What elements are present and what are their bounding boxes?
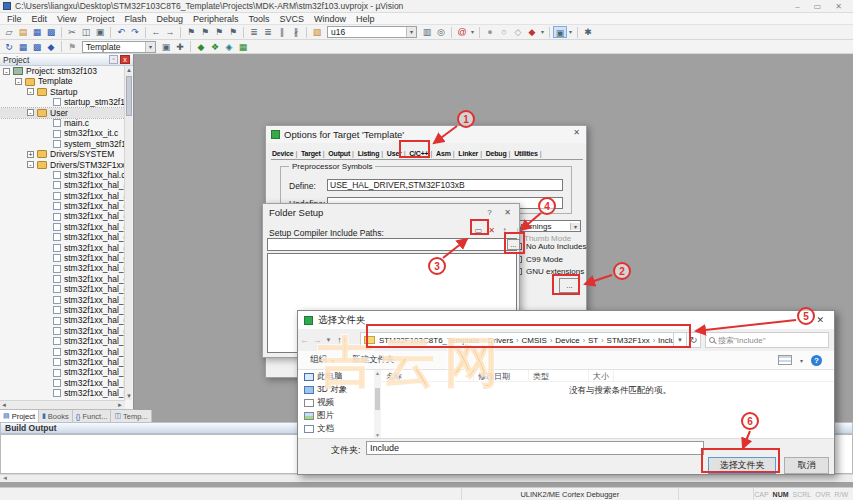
- scroll-thumb[interactable]: [126, 76, 132, 116]
- redo-icon[interactable]: ↷: [128, 26, 142, 38]
- tree-item[interactable]: stm32f1xx_hal_cec.c: [0, 211, 125, 221]
- translate-icon[interactable]: ↻: [2, 41, 16, 53]
- navigate-back-icon[interactable]: ←: [149, 26, 163, 38]
- menu-svcs[interactable]: SVCS: [275, 13, 310, 25]
- caret-down-icon[interactable]: ▾: [567, 26, 574, 38]
- separator[interactable]: [145, 27, 146, 38]
- scroll-left-icon[interactable]: ◄: [1, 402, 7, 408]
- separator[interactable]: [306, 27, 307, 38]
- target-select-combo[interactable]: Template ▾: [82, 41, 156, 53]
- tree-item[interactable]: stm32f1xx_hal_crc.c: [0, 232, 125, 242]
- tree-item[interactable]: stm32f1xx_hal_dac.c: [0, 243, 125, 253]
- cancel-button[interactable]: 取消: [784, 457, 829, 474]
- tab-project[interactable]: ▤ Project: [0, 410, 39, 422]
- separator[interactable]: [479, 27, 480, 38]
- tree-item[interactable]: startup_stm32f103xb.s: [0, 97, 125, 107]
- caret-down-icon[interactable]: ▾: [469, 26, 476, 38]
- refresh-icon[interactable]: ↻: [687, 332, 701, 348]
- save-icon[interactable]: ▦: [30, 26, 44, 38]
- menu-flash[interactable]: Flash: [119, 13, 151, 25]
- tree-item[interactable]: - Startup: [0, 87, 125, 97]
- scroll-down-icon[interactable]: ▼: [125, 393, 133, 399]
- project-tree-hscrollbar[interactable]: ◄ ►: [0, 400, 125, 409]
- debug-session-icon[interactable]: @: [455, 26, 469, 38]
- include-path-row-input[interactable]: [267, 238, 517, 251]
- tree-videos[interactable]: 视频: [298, 396, 380, 409]
- find-combo[interactable]: u16 ▾: [327, 26, 417, 38]
- address-bar[interactable]: STM32F103C8T6_Template›Drivers›CMSIS›Dev…: [360, 332, 674, 348]
- stop-build-icon[interactable]: ⚑: [65, 41, 79, 53]
- pin-icon[interactable]: ▫: [109, 55, 118, 64]
- column-header[interactable]: 类型: [529, 370, 589, 381]
- separator[interactable]: [61, 27, 62, 38]
- menu-peripherals[interactable]: Peripherals: [188, 13, 244, 25]
- breadcrumb-item[interactable]: Device: [555, 336, 579, 345]
- grep-icon[interactable]: ▥: [420, 26, 434, 38]
- warnings-select[interactable]: Warnings ▾: [515, 220, 581, 232]
- separator[interactable]: [110, 27, 111, 38]
- device-database-icon[interactable]: ◈: [222, 41, 236, 53]
- tree-expander-icon[interactable]: -: [27, 88, 34, 95]
- search-input[interactable]: 搜索"Include": [705, 332, 829, 348]
- unindent-icon[interactable]: ≣: [247, 26, 261, 38]
- copy-icon[interactable]: ◫: [79, 26, 93, 38]
- scroll-up-icon[interactable]: ▲: [125, 67, 133, 73]
- bookmark-clear-icon[interactable]: ⚑: [226, 26, 240, 38]
- scroll-thumb[interactable]: [375, 388, 380, 410]
- tree-item[interactable]: stm32f1xx_hal_irda.c: [0, 367, 125, 377]
- minimize-button[interactable]: –: [795, 2, 799, 11]
- bookmark-toggle-icon[interactable]: ⚑: [184, 26, 198, 38]
- delete-path-icon[interactable]: ✕: [486, 225, 497, 237]
- chevron-down-icon[interactable]: ▾: [406, 27, 416, 37]
- separator[interactable]: [180, 27, 181, 38]
- breadcrumb-item[interactable]: STM32F103C8T6_Template: [379, 336, 480, 345]
- tree-item[interactable]: stm32f1xx_it.c: [0, 128, 125, 138]
- tab-books[interactable]: ▮ Books: [39, 410, 73, 422]
- find-in-files-icon[interactable]: ▨: [310, 26, 324, 38]
- tree-item[interactable]: stm32f1xx_hal_hcd.c: [0, 336, 125, 346]
- view-mode-icon[interactable]: [778, 355, 792, 365]
- tab-templates[interactable]: ◫ Temp...: [111, 410, 151, 422]
- pack-installer-icon[interactable]: ◆: [194, 41, 208, 53]
- separator[interactable]: [577, 27, 578, 38]
- tree-item[interactable]: stm32f1xx_hal_cortex.c: [0, 222, 125, 232]
- tree-item[interactable]: stm32f1xx_hal_i2s.c: [0, 357, 125, 367]
- organize-button[interactable]: 组织: [310, 354, 327, 366]
- close-icon[interactable]: ✕: [573, 129, 580, 137]
- tree-item[interactable]: stm32f1xx_hal_mmc.c: [0, 388, 125, 398]
- project-tree-vscrollbar[interactable]: ▲ ▼: [124, 66, 132, 400]
- tree-item[interactable]: stm32f1xx_hal_eth.c: [0, 274, 125, 284]
- tree-item[interactable]: stm32f1xx_hal_i2c.c: [0, 347, 125, 357]
- tree-pictures[interactable]: 图片: [298, 409, 380, 422]
- tree-item[interactable]: - Template: [0, 76, 125, 86]
- options-tab[interactable]: Debug: [485, 148, 513, 159]
- tree-item[interactable]: system_stm32f1xx.c: [0, 139, 125, 149]
- undo-icon[interactable]: ↶: [114, 26, 128, 38]
- tree-item[interactable]: stm32f1xx_hal.c: [0, 170, 125, 180]
- books-icon[interactable]: ▦: [236, 41, 250, 53]
- history-caret-icon[interactable]: ▼: [324, 337, 333, 343]
- tree-item[interactable]: stm32f1xx_hal_exti.c: [0, 284, 125, 294]
- tree-item[interactable]: - Project: stm32f103: [0, 66, 125, 76]
- configure-icon[interactable]: ✱: [581, 26, 595, 38]
- help-icon[interactable]: ?: [811, 355, 822, 366]
- close-button[interactable]: ✕: [835, 2, 842, 11]
- options-tab[interactable]: User: [386, 148, 408, 159]
- tree-item[interactable]: stm32f1xx_hal_iwdg.c: [0, 378, 125, 388]
- menu-window[interactable]: Window: [309, 13, 351, 25]
- tree-expander-icon[interactable]: -: [27, 109, 34, 116]
- tree-item[interactable]: stm32f1xx_hal_flash.c: [0, 295, 125, 305]
- build-icon[interactable]: ▦: [16, 41, 30, 53]
- rebuild-icon[interactable]: ▩: [30, 41, 44, 53]
- bookmark-prev-icon[interactable]: ⚑: [198, 26, 212, 38]
- separator[interactable]: [190, 41, 191, 52]
- tree-item[interactable]: stm32f1xx_hal_gpio_ex.c: [0, 326, 125, 336]
- include-paths-browse-button[interactable]: ...: [559, 278, 580, 293]
- menu-help[interactable]: Help: [351, 13, 380, 25]
- tree-3d-objects[interactable]: 3D 对象: [298, 383, 380, 396]
- tree-item[interactable]: stm32f1xx_hal_adc_ex.c: [0, 191, 125, 201]
- scroll-up-icon[interactable]: ▲: [375, 370, 380, 376]
- breadcrumb-item[interactable]: Drivers: [488, 336, 513, 345]
- tree-item[interactable]: - Drivers/STM32F1xx_HAL_Driv: [0, 160, 125, 170]
- menu-tools[interactable]: Tools: [243, 13, 274, 25]
